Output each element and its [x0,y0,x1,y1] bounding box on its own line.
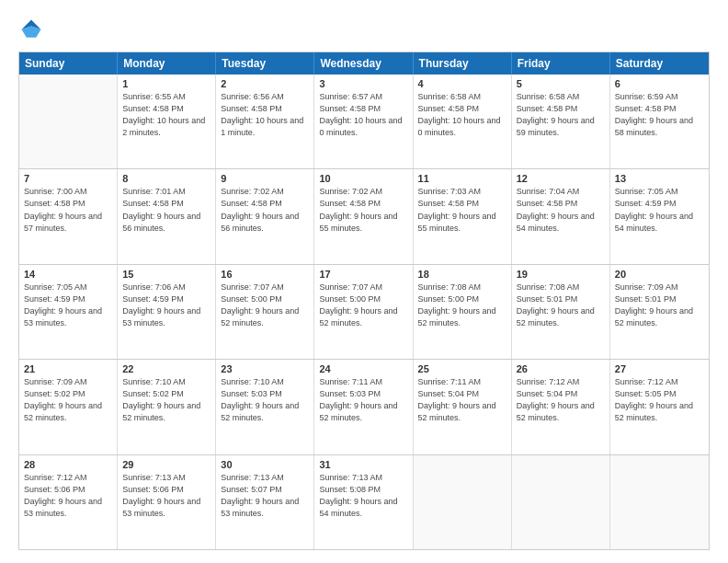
calendar-cell: 16Sunrise: 7:07 AMSunset: 5:00 PMDayligh… [216,265,314,359]
day-number: 29 [122,459,210,470]
calendar-body: 1Sunrise: 6:55 AMSunset: 4:58 PMDaylight… [19,75,709,549]
calendar-row: 7Sunrise: 7:00 AMSunset: 4:58 PMDaylight… [19,168,709,263]
day-info: Sunrise: 7:05 AMSunset: 4:59 PMDaylight:… [615,186,704,234]
day-number: 30 [221,459,309,470]
day-info: Sunrise: 7:09 AMSunset: 5:02 PMDaylight:… [24,376,112,424]
day-info: Sunrise: 7:08 AMSunset: 5:01 PMDaylight:… [517,282,605,329]
day-number: 16 [221,269,309,280]
day-number: 19 [517,269,605,280]
calendar-cell: 25Sunrise: 7:11 AMSunset: 5:04 PMDayligh… [414,360,512,454]
day-info: Sunrise: 7:13 AMSunset: 5:07 PMDaylight:… [221,472,309,520]
day-info: Sunrise: 6:59 AMSunset: 4:58 PMDaylight:… [615,91,704,139]
calendar-cell: 8Sunrise: 7:01 AMSunset: 4:58 PMDaylight… [118,169,216,263]
calendar-header: SundayMondayTuesdayWednesdayThursdayFrid… [19,52,709,75]
day-info: Sunrise: 7:12 AMSunset: 5:06 PMDaylight:… [24,472,112,520]
day-info: Sunrise: 7:13 AMSunset: 5:08 PMDaylight:… [319,472,407,520]
day-info: Sunrise: 7:09 AMSunset: 5:01 PMDaylight:… [615,282,704,329]
calendar: SundayMondayTuesdayWednesdayThursdayFrid… [18,52,710,550]
day-info: Sunrise: 7:02 AMSunset: 4:58 PMDaylight:… [319,186,407,234]
calendar-cell: 2Sunrise: 6:56 AMSunset: 4:58 PMDaylight… [216,75,314,168]
day-info: Sunrise: 7:03 AMSunset: 4:58 PMDaylight:… [418,186,506,234]
calendar-cell: 17Sunrise: 7:07 AMSunset: 5:00 PMDayligh… [314,265,413,359]
day-info: Sunrise: 7:11 AMSunset: 5:03 PMDaylight:… [319,376,407,424]
day-number: 25 [418,363,506,374]
day-number: 22 [122,363,210,374]
calendar-header-cell: Sunday [19,52,118,75]
calendar-cell: 9Sunrise: 7:02 AMSunset: 4:58 PMDaylight… [216,169,314,263]
logo [18,17,48,42]
calendar-cell: 22Sunrise: 7:10 AMSunset: 5:02 PMDayligh… [118,360,216,454]
day-number: 23 [221,363,309,374]
header [18,17,710,42]
calendar-header-cell: Tuesday [216,52,314,75]
calendar-header-cell: Wednesday [314,52,413,75]
day-number: 9 [221,173,309,184]
calendar-cell: 28Sunrise: 7:12 AMSunset: 5:06 PMDayligh… [19,455,118,549]
calendar-row: 21Sunrise: 7:09 AMSunset: 5:02 PMDayligh… [19,359,709,454]
day-info: Sunrise: 7:04 AMSunset: 4:58 PMDaylight:… [517,186,605,234]
day-number: 5 [517,78,605,89]
calendar-cell: 11Sunrise: 7:03 AMSunset: 4:58 PMDayligh… [414,169,512,263]
day-number: 10 [319,173,407,184]
calendar-cell [610,455,709,549]
calendar-cell: 20Sunrise: 7:09 AMSunset: 5:01 PMDayligh… [610,265,709,359]
calendar-cell: 19Sunrise: 7:08 AMSunset: 5:01 PMDayligh… [512,265,610,359]
day-number: 26 [517,363,605,374]
calendar-header-cell: Saturday [610,52,709,75]
calendar-cell: 13Sunrise: 7:05 AMSunset: 4:59 PMDayligh… [610,169,709,263]
calendar-cell: 15Sunrise: 7:06 AMSunset: 4:59 PMDayligh… [118,265,216,359]
day-info: Sunrise: 7:08 AMSunset: 5:00 PMDaylight:… [418,282,506,329]
calendar-cell: 4Sunrise: 6:58 AMSunset: 4:58 PMDaylight… [414,75,512,168]
day-number: 20 [615,269,704,280]
calendar-cell [19,75,118,168]
calendar-cell: 31Sunrise: 7:13 AMSunset: 5:08 PMDayligh… [314,455,413,549]
calendar-cell: 7Sunrise: 7:00 AMSunset: 4:58 PMDaylight… [19,169,118,263]
calendar-cell: 30Sunrise: 7:13 AMSunset: 5:07 PMDayligh… [216,455,314,549]
calendar-row: 14Sunrise: 7:05 AMSunset: 4:59 PMDayligh… [19,264,709,359]
day-number: 8 [122,173,210,184]
day-number: 14 [24,269,112,280]
day-number: 15 [122,269,210,280]
day-number: 3 [319,78,407,89]
day-info: Sunrise: 7:00 AMSunset: 4:58 PMDaylight:… [24,186,112,234]
day-info: Sunrise: 7:07 AMSunset: 5:00 PMDaylight:… [319,282,407,329]
day-number: 2 [221,78,309,89]
calendar-cell: 29Sunrise: 7:13 AMSunset: 5:06 PMDayligh… [118,455,216,549]
day-number: 27 [615,363,704,374]
day-number: 6 [615,78,704,89]
day-number: 17 [319,269,407,280]
calendar-cell: 23Sunrise: 7:10 AMSunset: 5:03 PMDayligh… [216,360,314,454]
calendar-cell: 10Sunrise: 7:02 AMSunset: 4:58 PMDayligh… [314,169,413,263]
day-number: 24 [319,363,407,374]
day-info: Sunrise: 7:07 AMSunset: 5:00 PMDaylight:… [221,282,309,329]
day-info: Sunrise: 7:06 AMSunset: 4:59 PMDaylight:… [122,282,210,329]
day-info: Sunrise: 7:12 AMSunset: 5:05 PMDaylight:… [615,376,704,424]
day-info: Sunrise: 6:55 AMSunset: 4:58 PMDaylight:… [122,91,210,139]
page: SundayMondayTuesdayWednesdayThursdayFrid… [0,0,728,563]
day-number: 31 [319,459,407,470]
calendar-header-cell: Monday [118,52,216,75]
day-number: 13 [615,173,704,184]
calendar-row: 28Sunrise: 7:12 AMSunset: 5:06 PMDayligh… [19,454,709,549]
calendar-cell: 3Sunrise: 6:57 AMSunset: 4:58 PMDaylight… [314,75,413,168]
calendar-cell: 14Sunrise: 7:05 AMSunset: 4:59 PMDayligh… [19,265,118,359]
calendar-cell: 6Sunrise: 6:59 AMSunset: 4:58 PMDaylight… [610,75,709,168]
calendar-cell: 12Sunrise: 7:04 AMSunset: 4:58 PMDayligh… [512,169,610,263]
calendar-cell: 27Sunrise: 7:12 AMSunset: 5:05 PMDayligh… [610,360,709,454]
calendar-cell [512,455,610,549]
calendar-cell: 24Sunrise: 7:11 AMSunset: 5:03 PMDayligh… [314,360,413,454]
calendar-header-cell: Friday [512,52,610,75]
calendar-row: 1Sunrise: 6:55 AMSunset: 4:58 PMDaylight… [19,75,709,168]
logo-icon [18,17,44,42]
calendar-cell: 26Sunrise: 7:12 AMSunset: 5:04 PMDayligh… [512,360,610,454]
calendar-cell: 1Sunrise: 6:55 AMSunset: 4:58 PMDaylight… [118,75,216,168]
day-info: Sunrise: 7:10 AMSunset: 5:03 PMDaylight:… [221,376,309,424]
day-info: Sunrise: 6:56 AMSunset: 4:58 PMDaylight:… [221,91,309,139]
day-number: 7 [24,173,112,184]
calendar-cell [414,455,512,549]
day-info: Sunrise: 7:05 AMSunset: 4:59 PMDaylight:… [24,282,112,329]
calendar-cell: 5Sunrise: 6:58 AMSunset: 4:58 PMDaylight… [512,75,610,168]
day-info: Sunrise: 7:01 AMSunset: 4:58 PMDaylight:… [122,186,210,234]
day-info: Sunrise: 7:12 AMSunset: 5:04 PMDaylight:… [517,376,605,424]
day-number: 18 [418,269,506,280]
